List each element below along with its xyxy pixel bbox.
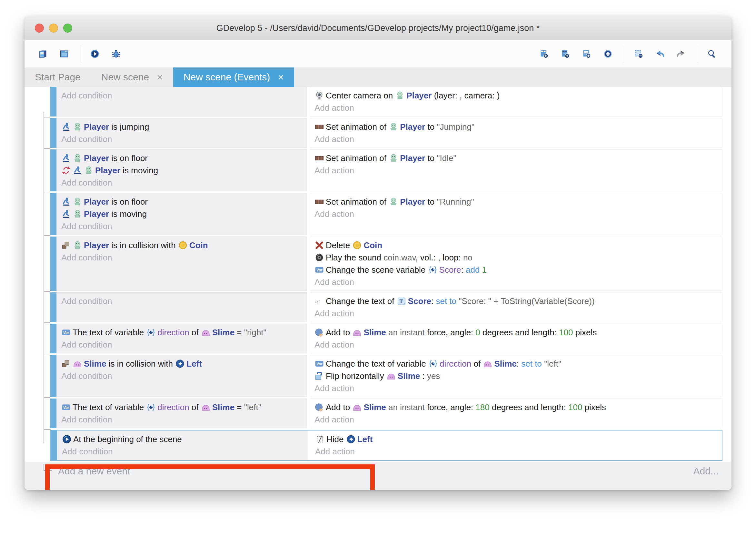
add-condition-button[interactable]: Add condition xyxy=(61,295,302,307)
tab-new-scene-events[interactable]: New scene (Events)× xyxy=(173,67,294,87)
add-condition-button[interactable]: Add condition xyxy=(61,413,302,426)
add-more-button[interactable]: Add... xyxy=(694,466,719,476)
obj-token: Slime xyxy=(84,359,106,369)
toolbar-add-comment-button[interactable] xyxy=(578,45,597,63)
minimize-window-button[interactable] xyxy=(49,23,58,33)
condition-line[interactable]: Player is moving xyxy=(61,164,302,177)
ph-token: Add condition xyxy=(61,296,112,306)
text-token: degrees and length: xyxy=(480,328,559,337)
event-selection-bar[interactable] xyxy=(50,193,57,235)
add-action-button[interactable]: Add action xyxy=(315,382,718,394)
conditions-cell: Player is in collision with CoinAdd cond… xyxy=(57,236,307,291)
tab-close-icon[interactable]: × xyxy=(157,71,163,83)
add-action-button[interactable]: Add action xyxy=(315,102,718,114)
str-token: "right" xyxy=(244,328,266,337)
toolbar-scene-editor-button[interactable] xyxy=(56,45,74,63)
event-selection-bar[interactable] xyxy=(51,431,57,460)
obj-token: Slime xyxy=(494,359,516,369)
event-selection-bar[interactable] xyxy=(50,149,57,191)
event-selection-bar[interactable] xyxy=(50,355,57,397)
tab-start-page[interactable]: Start Page xyxy=(24,67,91,87)
toolbar-add-subevent-button[interactable] xyxy=(557,45,575,63)
add-condition-button[interactable]: Add condition xyxy=(61,370,302,382)
condition-line[interactable]: Player is moving xyxy=(61,208,302,220)
str-token: yes xyxy=(427,371,440,381)
add-action-button[interactable]: Add action xyxy=(315,445,717,458)
obj-token: Left xyxy=(186,359,202,369)
text-token: Center camera on xyxy=(326,91,395,101)
condition-line[interactable]: Player is jumping xyxy=(61,121,302,133)
action-line[interactable]: Hide Left xyxy=(315,433,717,445)
add-action-button[interactable]: Add action xyxy=(315,164,718,177)
toolbar-search-button[interactable] xyxy=(703,45,722,63)
add-condition-button[interactable]: Add condition xyxy=(61,251,302,264)
obj-token: Player xyxy=(84,209,109,219)
ph-token: Add condition xyxy=(61,178,112,187)
toolbar-project-manager-button[interactable] xyxy=(34,45,53,63)
condition-line[interactable]: Player is on floor xyxy=(61,152,302,164)
condition-line[interactable]: Slime is in collision with Left xyxy=(61,357,302,370)
toolbar-redo-button[interactable] xyxy=(672,45,691,63)
text-token: : xyxy=(431,296,436,306)
event-selection-bar[interactable] xyxy=(50,292,57,322)
add-action-button[interactable]: Add action xyxy=(315,276,718,288)
obj-token: Player xyxy=(95,166,120,175)
add-condition-button[interactable]: Add condition xyxy=(61,177,302,189)
add-condition-button[interactable]: Add condition xyxy=(61,89,302,102)
action-line[interactable]: Add to Slime an instant force, angle: 18… xyxy=(315,401,718,413)
condition-line[interactable]: Player is in collision with Coin xyxy=(61,239,302,251)
condition-line[interactable]: VarThe text of variable direction of Sli… xyxy=(61,326,302,339)
str-token: an instant xyxy=(388,402,425,412)
toolbar-preview-play-button[interactable] xyxy=(86,45,105,63)
add-action-button[interactable]: Add action xyxy=(315,133,718,145)
preview-play-icon xyxy=(90,49,100,59)
tab-new-scene[interactable]: New scene× xyxy=(91,67,173,87)
player-icon xyxy=(395,91,405,101)
text-token: The text of variable xyxy=(73,402,146,412)
toolbar-add-event-button[interactable] xyxy=(535,45,554,63)
action-line[interactable]: Center camera on Player (layer: , camera… xyxy=(315,89,718,102)
condition-line[interactable]: VarThe text of variable direction of Sli… xyxy=(61,401,302,413)
action-line[interactable]: Set animation of Player to "Running" xyxy=(315,195,718,208)
obj-token: Player xyxy=(84,197,109,207)
toolbar-undo-button[interactable] xyxy=(651,45,670,63)
add-action-button[interactable]: Add action xyxy=(315,307,718,319)
action-line[interactable]: VarChange the scene variable Score: add … xyxy=(315,264,718,276)
event-selection-bar[interactable] xyxy=(50,118,57,148)
zoom-window-button[interactable] xyxy=(63,23,72,33)
add-subevent-icon xyxy=(560,49,570,59)
action-line[interactable]: Set animation of Player to "Idle" xyxy=(315,152,718,164)
add-action-button[interactable]: Add action xyxy=(315,339,718,351)
toolbar-debugger-button[interactable] xyxy=(107,45,126,63)
toolbar-delete-selected-button[interactable] xyxy=(630,45,649,63)
action-line[interactable]: Delete Coin xyxy=(315,239,718,251)
conditions-cell: VarThe text of variable direction of Sli… xyxy=(57,398,307,428)
text-token: : xyxy=(420,371,427,381)
action-line[interactable]: Flip horizontally Slime : yes xyxy=(315,370,718,382)
condition-line[interactable]: At the beginning of the scene xyxy=(62,433,303,445)
action-line[interactable]: Play the sound coin.wav, vol.: , loop: n… xyxy=(315,251,718,264)
anim-icon xyxy=(315,197,324,207)
varicon-icon: Var xyxy=(61,328,71,337)
condition-line[interactable]: Player is on floor xyxy=(61,195,302,208)
event-row: Player is on floorPlayer is movingAdd co… xyxy=(50,149,722,191)
event-selection-bar[interactable] xyxy=(50,324,57,353)
event-selection-bar[interactable] xyxy=(50,87,57,116)
obj-token: Player xyxy=(400,122,425,132)
add-condition-button[interactable]: Add condition xyxy=(61,339,302,351)
toolbar-add-new-button[interactable] xyxy=(599,45,618,63)
action-line[interactable]: txtChange the text of TxScore: set to "S… xyxy=(315,295,718,307)
add-condition-button[interactable]: Add condition xyxy=(62,445,303,458)
add-condition-button[interactable]: Add condition xyxy=(61,133,302,145)
action-line[interactable]: VarChange the text of variable direction… xyxy=(315,357,718,370)
action-line[interactable]: Add to Slime an instant force, angle: 0 … xyxy=(315,326,718,339)
action-line[interactable]: Set animation of Player to "Jumping" xyxy=(315,121,718,133)
add-action-button[interactable]: Add action xyxy=(315,208,718,220)
tree-tick xyxy=(44,117,50,117)
close-window-button[interactable] xyxy=(35,23,44,33)
event-selection-bar[interactable] xyxy=(50,236,57,291)
event-selection-bar[interactable] xyxy=(50,398,57,428)
add-condition-button[interactable]: Add condition xyxy=(61,220,302,232)
add-action-button[interactable]: Add action xyxy=(315,413,718,426)
tab-close-icon[interactable]: × xyxy=(278,71,284,83)
